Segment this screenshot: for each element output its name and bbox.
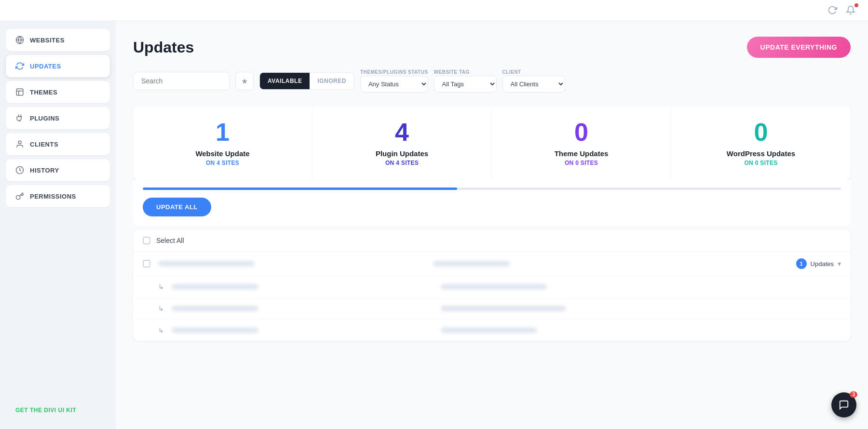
- stats-row: 1 Website Update ON 4 SITES 4 Plugin Upd…: [133, 106, 851, 180]
- sidebar-item-label: WEBSITES: [30, 37, 65, 44]
- sidebar-item-label: PLUGINS: [30, 115, 59, 122]
- update-everything-button[interactable]: UPDATE EVERYTHING: [747, 37, 851, 58]
- sidebar-item-updates[interactable]: UPDATES: [6, 55, 110, 77]
- stat-sub-plugin: ON 4 SITES: [322, 160, 482, 166]
- notification-icon[interactable]: [846, 5, 856, 16]
- sidebar: ➜ WEBSITES UPDATES: [0, 21, 116, 429]
- stat-label-wordpress: WordPress Updates: [681, 149, 841, 158]
- status-toggle-group: AVAILABLE IGNORED: [259, 72, 354, 90]
- action-area: UPDATE ALL: [133, 180, 851, 226]
- website-tag-label: WEBSITE TAG: [434, 69, 497, 75]
- updates-text: Updates: [811, 260, 834, 268]
- row-plugin-name: [172, 284, 433, 290]
- row-plugin-name: [172, 327, 433, 333]
- stat-label-theme: Theme Updates: [502, 149, 661, 158]
- refresh-icon[interactable]: [827, 5, 838, 16]
- topbar: [0, 0, 868, 21]
- table-row: 1 Updates ▾: [133, 252, 851, 276]
- themes-plugins-select[interactable]: Any Status Available Ignored: [360, 76, 428, 93]
- stat-number-plugin: 4: [322, 120, 482, 145]
- stat-card-website: 1 Website Update ON 4 SITES: [133, 106, 312, 180]
- progress-bar-fill: [143, 188, 457, 190]
- main-content: Updates UPDATE EVERYTHING ★ AVAILABLE IG…: [116, 21, 868, 429]
- themes-plugins-filter-group: THEMES/PLUGINS STATUS Any Status Availab…: [360, 69, 428, 93]
- stat-sub-theme: ON 0 SITES: [502, 160, 661, 166]
- filter-bar: ★ AVAILABLE IGNORED THEMES/PLUGINS STATU…: [133, 69, 851, 93]
- select-all-row: Select All: [133, 230, 851, 252]
- key-icon: [15, 192, 24, 201]
- themes-plugins-label: THEMES/PLUGINS STATUS: [360, 69, 428, 75]
- stat-number-website: 1: [143, 120, 302, 145]
- sidebar-item-permissions[interactable]: PERMISSIONS: [6, 185, 110, 207]
- website-tag-filter-group: WEBSITE TAG All Tags: [434, 69, 497, 93]
- svg-point-5: [18, 141, 21, 144]
- table-row: ↳: [133, 320, 851, 341]
- divi-kit-link[interactable]: GET THE DIVI UI KIT: [6, 399, 110, 421]
- chat-widget[interactable]: 3: [831, 392, 856, 417]
- table-row: ↳: [133, 276, 851, 298]
- stat-number-wordpress: 0: [681, 120, 841, 145]
- search-input[interactable]: [133, 72, 230, 90]
- sub-arrow-icon: ↳: [158, 283, 164, 291]
- layout-icon: [15, 88, 24, 96]
- plug-icon: [15, 114, 24, 122]
- sidebar-item-plugins[interactable]: PLUGINS: [6, 107, 110, 129]
- ignored-toggle[interactable]: IGNORED: [310, 73, 354, 89]
- client-select[interactable]: All Clients: [502, 76, 565, 93]
- website-tag-select[interactable]: All Tags: [434, 76, 497, 93]
- stat-card-wordpress: 0 WordPress Updates ON 0 SITES: [671, 106, 851, 180]
- row-plugin-name: [172, 306, 433, 311]
- update-all-button[interactable]: UPDATE ALL: [143, 198, 211, 216]
- row-checkbox[interactable]: [143, 260, 150, 268]
- stat-card-theme: 0 Theme Updates ON 0 SITES: [492, 106, 671, 180]
- client-filter-group: CLIENT All Clients: [502, 69, 565, 93]
- favorite-button[interactable]: ★: [235, 72, 254, 90]
- sidebar-item-themes[interactable]: THEMES: [6, 81, 110, 103]
- sidebar-item-label: HISTORY: [30, 167, 59, 174]
- stat-label-plugin: Plugin Updates: [322, 149, 482, 158]
- sub-arrow-icon: ↳: [158, 326, 164, 334]
- table-row: ↳: [133, 298, 851, 320]
- refresh-sidebar-icon: [15, 62, 24, 70]
- progress-bar-container: [143, 188, 841, 190]
- sub-arrow-icon: ↳: [158, 305, 164, 312]
- row-plugin-detail: [441, 327, 702, 333]
- layout: ➜ WEBSITES UPDATES: [0, 21, 868, 429]
- stat-sub-website: ON 4 SITES: [143, 160, 302, 166]
- stat-card-plugin: 4 Plugin Updates ON 4 SITES: [312, 106, 492, 180]
- row-updates-info: 1 Updates ▾: [707, 258, 841, 269]
- sidebar-item-history[interactable]: HISTORY: [6, 159, 110, 181]
- sidebar-item-clients[interactable]: CLIENTS: [6, 133, 110, 155]
- available-toggle[interactable]: AVAILABLE: [260, 73, 310, 89]
- notification-badge: [854, 3, 858, 7]
- chat-badge: 3: [850, 391, 857, 398]
- select-all-checkbox[interactable]: [143, 237, 150, 244]
- stat-sub-wordpress: ON 0 SITES: [681, 160, 841, 166]
- sidebar-item-websites[interactable]: WEBSITES: [6, 29, 110, 51]
- user-icon: [15, 140, 24, 148]
- sidebar-item-label: THEMES: [30, 89, 57, 96]
- sidebar-item-label: UPDATES: [30, 63, 61, 70]
- stat-number-theme: 0: [502, 120, 661, 145]
- select-all-label: Select All: [156, 237, 184, 244]
- svg-rect-2: [16, 89, 23, 95]
- row-plugin-detail: [441, 306, 702, 311]
- page-header: Updates UPDATE EVERYTHING: [133, 37, 851, 58]
- globe-icon: [15, 36, 24, 44]
- stat-label-website: Website Update: [143, 149, 302, 158]
- chevron-down-icon[interactable]: ▾: [838, 260, 841, 268]
- row-site-name: [158, 261, 425, 267]
- clock-icon: [15, 166, 24, 174]
- client-label: CLIENT: [502, 69, 565, 75]
- row-url: [433, 261, 700, 267]
- page-title: Updates: [133, 39, 194, 56]
- updates-count-badge: 1: [796, 258, 807, 269]
- sidebar-item-label: PERMISSIONS: [30, 193, 76, 200]
- sidebar-item-label: CLIENTS: [30, 141, 58, 148]
- updates-table: Select All 1 Updates ▾ ↳: [133, 230, 851, 341]
- row-plugin-detail: [441, 284, 702, 290]
